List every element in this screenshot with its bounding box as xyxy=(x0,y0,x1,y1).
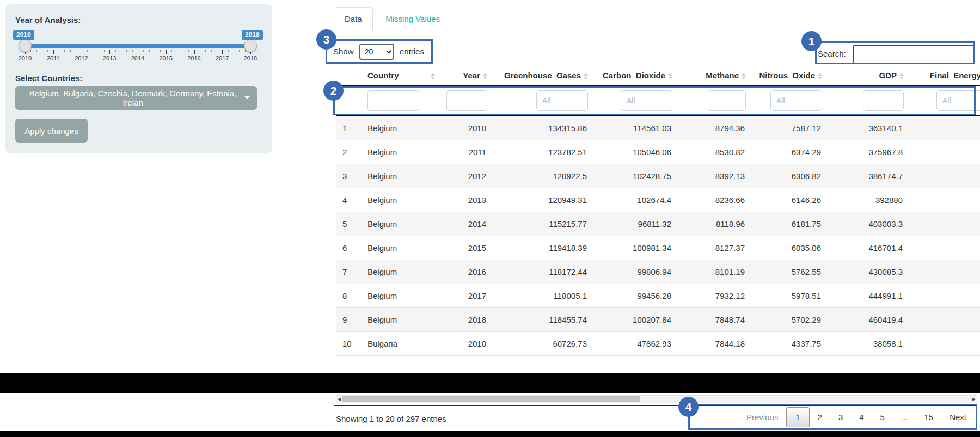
table-bottom-border xyxy=(334,405,977,406)
slider-minor-tick xyxy=(149,50,150,52)
table-cell: 8101.19 xyxy=(678,260,751,284)
search-box: Search: xyxy=(818,45,975,64)
column-header-label: Year xyxy=(463,71,480,80)
scroll-left-icon[interactable]: ◀ xyxy=(338,397,341,402)
table-cell: Belgium xyxy=(362,236,438,260)
table-cell: 2010 xyxy=(438,332,493,356)
table-cell xyxy=(909,260,980,284)
column-filter-input-country[interactable] xyxy=(367,90,419,111)
row-index-cell: 7 xyxy=(336,260,362,284)
slider-minor-tick xyxy=(143,50,144,52)
column-header-nitrous_oxide[interactable]: Nitrous_Oxide xyxy=(751,65,828,85)
table-row: 4Belgium2013120949.31102674.48236.666146… xyxy=(336,188,980,212)
column-header-label: Carbon_Dioxide xyxy=(603,71,665,80)
column-header-final_energy[interactable]: Final_Energy xyxy=(909,65,980,85)
sort-icon[interactable] xyxy=(483,73,487,79)
table-cell: 105046.06 xyxy=(593,140,678,164)
table-row: 10Bulgaria201060726.7347862.937844.18433… xyxy=(336,332,980,356)
countries-dropdown-value: Belgium, Bulgaria, Czechia, Denmark, Ger… xyxy=(29,89,237,107)
sort-icon[interactable] xyxy=(584,73,588,79)
column-header-country[interactable]: Country xyxy=(362,65,438,85)
slider-tick-label: 2015 xyxy=(154,55,178,61)
data-table: CountryYearGreenhouse_GasesCarbon_Dioxid… xyxy=(336,65,980,356)
table-row: 6Belgium2015119418.39100981.348127.37603… xyxy=(336,236,980,260)
table-cell: 2018 xyxy=(438,308,493,332)
year-range-slider[interactable]: 2010 2018 201020112012201320142015201620… xyxy=(22,38,254,72)
apply-changes-button[interactable]: Apply changes xyxy=(15,119,88,143)
sort-icon[interactable] xyxy=(742,73,746,79)
table-cell: 123782.51 xyxy=(493,140,593,164)
slider-minor-tick xyxy=(228,50,229,52)
column-filter-input-year[interactable] xyxy=(446,90,487,111)
sort-icon[interactable] xyxy=(431,73,435,79)
table-cell: 120922.5 xyxy=(493,164,593,188)
sort-icon[interactable] xyxy=(668,73,672,79)
tab-missing-values[interactable]: Missing Values xyxy=(375,8,450,32)
column-header-label: GDP xyxy=(879,71,897,80)
page-size-select[interactable]: 20 xyxy=(359,44,394,60)
select-countries-label: Select Countries: xyxy=(15,73,82,83)
table-cell: 416701.4 xyxy=(828,236,909,260)
sort-icon[interactable] xyxy=(818,73,822,79)
table-cell: 47862.93 xyxy=(593,332,678,356)
column-filter-input-gdp[interactable] xyxy=(863,90,904,111)
page-button-next[interactable]: Next xyxy=(941,408,975,427)
page-button-4[interactable]: 4 xyxy=(851,408,872,427)
table-cell: 386174.7 xyxy=(828,164,909,188)
table-cell: 114561.03 xyxy=(593,116,678,140)
table-cell: 99456.28 xyxy=(593,284,678,308)
row-index-cell: 6 xyxy=(336,236,362,260)
tab-data[interactable]: Data xyxy=(334,7,373,31)
table-cell: 118455.74 xyxy=(493,308,593,332)
table-cell xyxy=(909,284,980,308)
countries-dropdown[interactable]: Belgium, Bulgaria, Czechia, Denmark, Ger… xyxy=(15,86,257,110)
data-table-container[interactable]: CountryYearGreenhouse_GasesCarbon_Dioxid… xyxy=(336,65,980,373)
column-header-label: Greenhouse_Gases xyxy=(504,71,581,80)
table-cell: 5762.55 xyxy=(751,260,828,284)
tab-bar: Data Missing Values xyxy=(334,7,977,30)
page-button-5[interactable]: 5 xyxy=(872,408,893,427)
table-cell: Bulgaria xyxy=(362,332,438,356)
scrollbar-thumb[interactable] xyxy=(342,396,640,402)
table-cell: 8530.82 xyxy=(678,140,751,164)
column-filter-input-nitrous_oxide[interactable] xyxy=(770,90,822,111)
table-cell: Belgium xyxy=(362,188,438,212)
column-filter-input-carbon_dioxide[interactable] xyxy=(621,90,672,111)
table-cell: 7848.74 xyxy=(678,308,751,332)
slider-minor-tick xyxy=(177,50,177,52)
slider-tick-label: 2013 xyxy=(97,55,121,61)
slider-minor-tick xyxy=(183,50,183,52)
column-header-gdp[interactable]: GDP xyxy=(828,65,909,85)
slider-minor-tick xyxy=(171,50,172,52)
page-button-previous[interactable]: Previous xyxy=(738,408,786,427)
search-input[interactable] xyxy=(853,45,975,64)
page-button-1[interactable]: 1 xyxy=(786,407,809,427)
horizontal-scrollbar[interactable]: ◀ ▶ xyxy=(336,395,977,403)
column-filter-input-final_energy[interactable] xyxy=(936,90,980,111)
slider-tick-label: 2014 xyxy=(126,55,150,61)
search-label: Search: xyxy=(818,49,846,58)
slider-handle-max[interactable] xyxy=(244,39,257,52)
column-filter-input-methane[interactable] xyxy=(708,90,746,111)
column-header-greenhouse_gases[interactable]: Greenhouse_Gases xyxy=(493,65,593,85)
slider-handle-min[interactable] xyxy=(19,39,32,52)
column-header-label: Methane xyxy=(706,71,739,80)
slider-tick-label: 2012 xyxy=(70,55,94,61)
page-button-2[interactable]: 2 xyxy=(810,408,830,427)
table-cell: 7844.18 xyxy=(678,332,751,356)
sort-icon[interactable] xyxy=(899,73,904,79)
slider-minor-tick xyxy=(234,50,234,52)
table-cell xyxy=(909,116,980,140)
page-button-3[interactable]: 3 xyxy=(830,408,851,427)
table-cell: 6035.06 xyxy=(751,236,828,260)
slider-tick xyxy=(82,50,82,54)
show-label: Show xyxy=(333,47,354,56)
table-cell: 115215.77 xyxy=(493,212,593,236)
page-button-15[interactable]: 15 xyxy=(916,408,941,427)
column-filter-input-greenhouse_gases[interactable] xyxy=(536,90,588,111)
scroll-right-icon[interactable]: ▶ xyxy=(972,397,976,402)
column-header-year[interactable]: Year xyxy=(438,65,493,85)
column-header-methane[interactable]: Methane xyxy=(678,65,751,85)
column-header-carbon_dioxide[interactable]: Carbon_Dioxide xyxy=(593,65,678,85)
slider-track[interactable] xyxy=(25,44,250,48)
